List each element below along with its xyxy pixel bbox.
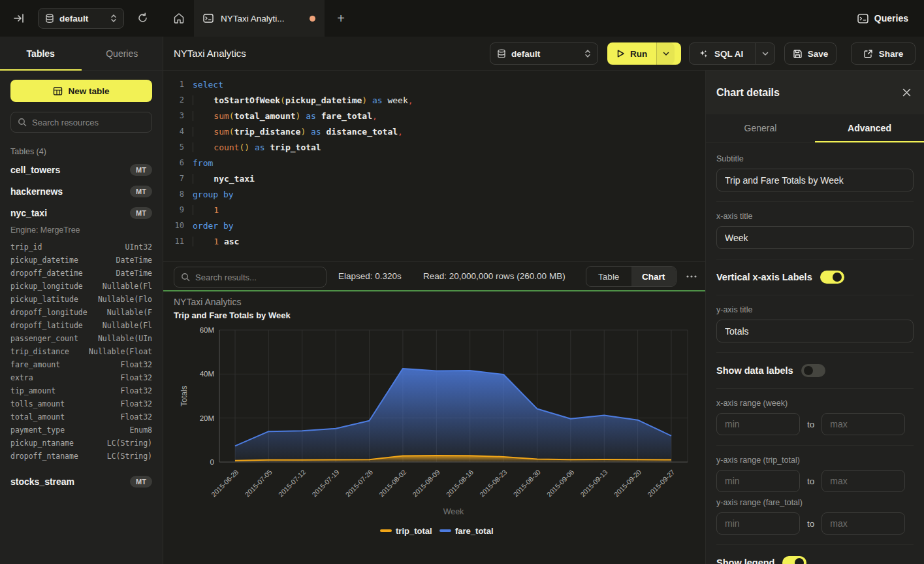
- panel-title: Chart details: [716, 87, 780, 99]
- queries-button[interactable]: Queries: [857, 9, 908, 27]
- sql-ai-dropdown-caret[interactable]: [756, 52, 774, 56]
- column-row[interactable]: dropoff_latitudeNullable(Fl: [10, 319, 152, 332]
- view-chart-button[interactable]: Chart: [631, 267, 677, 286]
- column-row[interactable]: pickup_ntanameLC(String): [10, 437, 152, 450]
- column-row[interactable]: dropoff_ntanameLC(String): [10, 450, 152, 463]
- chart-legend[interactable]: trip_totalfare_total: [380, 526, 494, 536]
- database-selector-value: default: [59, 14, 105, 24]
- results-search[interactable]: [174, 267, 327, 288]
- svg-text:2015-08-16: 2015-08-16: [445, 468, 475, 499]
- home-icon[interactable]: [163, 0, 194, 37]
- y-range-fare-min-input[interactable]: [716, 512, 800, 535]
- column-row[interactable]: trip_idUInt32: [10, 241, 152, 254]
- column-row[interactable]: extraFloat32: [10, 371, 152, 384]
- y-range-trip-min-input[interactable]: [716, 470, 800, 492]
- tab-nytaxi-analytics[interactable]: NYTaxi Analyti...: [194, 0, 325, 37]
- close-icon[interactable]: [899, 86, 914, 100]
- columns-list: trip_idUInt32pickup_datetimeDateTimedrop…: [10, 241, 152, 463]
- tab-general[interactable]: General: [706, 114, 815, 142]
- column-name: total_amount: [10, 412, 65, 422]
- new-table-button[interactable]: New table: [10, 80, 152, 102]
- column-name: extra: [10, 373, 33, 382]
- refresh-icon[interactable]: [135, 10, 150, 25]
- range-to-label: to: [807, 519, 814, 529]
- y-range-trip-max-input[interactable]: [821, 470, 905, 492]
- column-row[interactable]: tip_amountFloat32: [10, 384, 152, 397]
- column-row[interactable]: tolls_amountFloat32: [10, 397, 152, 410]
- line-number: 5: [163, 142, 184, 152]
- run-button[interactable]: Run: [607, 42, 657, 65]
- column-row[interactable]: passenger_countNullable(UIn: [10, 332, 152, 345]
- table-row[interactable]: hackernewsMT: [10, 180, 152, 202]
- toggle-knob: [833, 273, 842, 282]
- editor-line[interactable]: 9 1: [163, 202, 705, 218]
- x-range-min-input[interactable]: [716, 413, 800, 435]
- y-axis-title-input[interactable]: [716, 320, 914, 342]
- sidebar-tab-tables[interactable]: Tables: [0, 37, 82, 70]
- editor-line[interactable]: 3 sum(total_amount) as fare_total,: [163, 108, 705, 124]
- save-label: Save: [808, 49, 829, 59]
- view-table-button[interactable]: Table: [586, 267, 631, 286]
- y-axis-range-trip-label: y-axis range (trip_total): [716, 456, 914, 465]
- column-row[interactable]: pickup_datetimeDateTime: [10, 254, 152, 267]
- column-type: UInt32: [125, 242, 152, 252]
- editor-line[interactable]: 2 toStartOfWeek(pickup_datetime) as week…: [163, 92, 705, 108]
- sidebar-tab-queries[interactable]: Queries: [82, 37, 163, 70]
- editor-line[interactable]: 6from: [163, 155, 705, 171]
- queries-label: Queries: [874, 13, 908, 24]
- resource-search[interactable]: [10, 112, 152, 133]
- editor-line[interactable]: 5 count() as trip_total: [163, 139, 705, 155]
- x-axis-title-input[interactable]: [716, 226, 914, 249]
- vertical-x-axis-labels-toggle[interactable]: [820, 271, 844, 284]
- svg-text:40M: 40M: [200, 370, 214, 378]
- show-legend-toggle[interactable]: [782, 556, 806, 564]
- column-row[interactable]: dropoff_datetimeDateTime: [10, 267, 152, 280]
- sql-ai-label: SQL AI: [714, 49, 743, 59]
- more-options-icon[interactable]: [684, 271, 699, 282]
- editor-line[interactable]: 11 1 asc: [163, 233, 705, 249]
- column-row[interactable]: payment_typeEnum8: [10, 423, 152, 437]
- table-row[interactable]: stocks_streamMT: [10, 471, 152, 492]
- show-data-labels-toggle[interactable]: [801, 364, 825, 377]
- x-range-max-input[interactable]: [821, 413, 905, 435]
- database-selector-query[interactable]: default: [490, 42, 598, 65]
- column-type: DateTime: [116, 256, 152, 265]
- subtitle-input[interactable]: [716, 169, 914, 191]
- column-row[interactable]: dropoff_longitudeNullable(F: [10, 306, 152, 319]
- column-row[interactable]: fare_amountFloat32: [10, 358, 152, 371]
- column-type: Nullable(Fl: [103, 321, 152, 330]
- table-row[interactable]: cell_towersMT: [10, 159, 152, 180]
- editor-line[interactable]: 1select: [163, 76, 705, 92]
- new-tab-button[interactable]: +: [332, 9, 350, 27]
- line-number: 2: [163, 95, 184, 105]
- column-row[interactable]: pickup_latitudeNullable(Flo: [10, 293, 152, 306]
- sql-ai-button[interactable]: SQL AI: [690, 43, 756, 64]
- run-dropdown-caret[interactable]: [657, 42, 675, 65]
- database-selector-value: default: [511, 49, 579, 59]
- line-number: 11: [163, 237, 184, 246]
- editor-line[interactable]: 7 nyc_taxi: [163, 171, 705, 186]
- editor-line[interactable]: 10order by: [163, 218, 705, 233]
- column-row[interactable]: total_amountFloat32: [10, 410, 152, 423]
- sidebar-collapse-icon[interactable]: [12, 11, 26, 25]
- elapsed-time: Elapsed: 0.320s: [338, 271, 402, 281]
- panel-header: Chart details: [706, 71, 924, 114]
- column-row[interactable]: trip_distanceNullable(Float: [10, 345, 152, 358]
- column-type: Nullable(Fl: [103, 282, 152, 291]
- results-search-input[interactable]: [195, 273, 319, 282]
- save-button[interactable]: Save: [784, 42, 836, 65]
- sql-editor[interactable]: 1select2 toStartOfWeek(pickup_datetime) …: [163, 71, 705, 261]
- database-selector-top[interactable]: default: [38, 8, 124, 29]
- share-button[interactable]: Share: [851, 42, 916, 65]
- editor-line[interactable]: 8group by: [163, 186, 705, 202]
- svg-text:2015-09-06: 2015-09-06: [545, 468, 576, 499]
- table-row[interactable]: nyc_taxiMT: [10, 202, 152, 224]
- line-number: 7: [163, 174, 184, 183]
- resource-search-input[interactable]: [32, 118, 145, 127]
- editor-line[interactable]: 4 sum(trip_distance) as distance_total,: [163, 124, 705, 139]
- column-type: Nullable(Flo: [98, 295, 152, 304]
- column-row[interactable]: pickup_longitudeNullable(Fl: [10, 280, 152, 293]
- area-chart[interactable]: 020M40M60M2015-06-282015-07-052015-07-12…: [163, 291, 705, 564]
- y-range-fare-max-input[interactable]: [821, 512, 905, 535]
- tab-advanced[interactable]: Advanced: [815, 114, 924, 142]
